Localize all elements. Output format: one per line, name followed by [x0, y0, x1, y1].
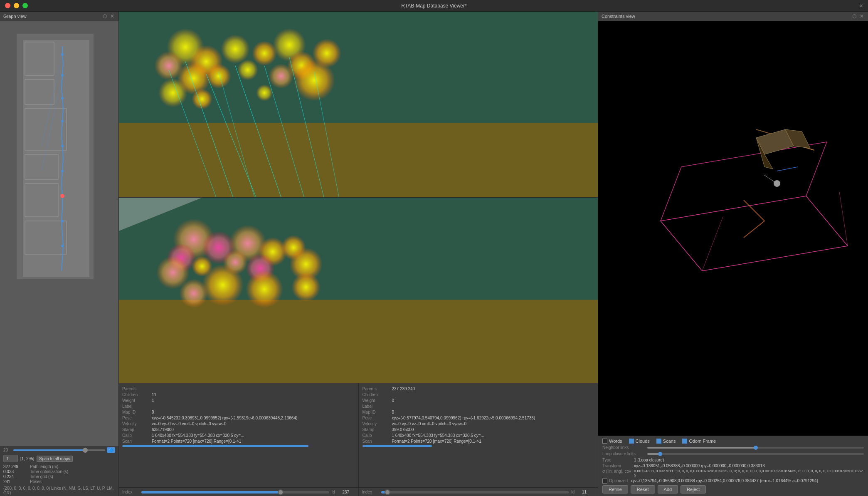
close-right-icon[interactable]: × — [860, 2, 863, 9]
transform-value: xyz=0.136051,-0.058388,-0.000000 rpy=0.0… — [634, 464, 765, 468]
stamp-label-left: Stamp — [122, 427, 149, 432]
calib-row-right: Calib 1 640x480 fx=554.383 fy=554.383 cx… — [362, 433, 595, 438]
top-image-view[interactable] — [119, 12, 598, 197]
right-progress-bar — [362, 445, 432, 447]
velocity-val-left: vx=0 vy=0 vz=0 vroll=0 vpitch=0 vyaw=0 — [152, 422, 227, 426]
left-index-slider[interactable] — [141, 491, 329, 494]
pose-val-right: xyz=(-0.577974,0.540794,0.0999962) rpy=(… — [392, 416, 535, 420]
type-value: 1 (Loop closure) — [634, 458, 664, 462]
reset-button[interactable]: Reset — [631, 485, 655, 494]
stat-lbl-3: Poses — [30, 479, 115, 484]
cov-value: 0.00724803, 0.0327611 |; 0, 0, 0, 0,0.00… — [634, 469, 864, 477]
children-label-left: Children — [122, 392, 149, 397]
neighbor-links-slider[interactable] — [647, 447, 864, 449]
parents-label-right: Parents — [362, 387, 390, 391]
left-panel: Graph view ⬡ ✕ — [0, 12, 119, 496]
clouds-checkbox[interactable] — [629, 439, 634, 444]
calib-val-right: 1 640x480 fx=554.383 fy=554.383 cx=320.5… — [392, 433, 484, 438]
constraints-close-icon[interactable]: ✕ — [859, 13, 865, 19]
odom-checkbox[interactable] — [682, 439, 687, 444]
clouds-checkbox-item[interactable]: Clouds — [629, 439, 650, 444]
pose-label-right: Pose — [362, 416, 390, 420]
close-button[interactable] — [5, 3, 10, 8]
constraints-restore-icon[interactable]: ⬡ — [851, 13, 857, 19]
type-row: Type 1 (Loop closure) — [602, 458, 864, 462]
graph-canvas[interactable] — [0, 21, 118, 446]
right-index-label: Index — [362, 490, 379, 494]
cov-row: σ (lin, ang), cov 0.00724803, 0.0327611 … — [602, 469, 864, 477]
right-id-val: 11 — [582, 490, 594, 494]
stat-lbl-1: Time optimization (s) — [30, 469, 115, 474]
constraints-icons: ⬡ ✕ — [851, 13, 865, 19]
action-buttons: Refine Reset Add Reject — [602, 485, 864, 494]
velocity-row-left: Velocity vx=0 vy=0 vz=0 vroll=0 vpitch=0… — [122, 422, 355, 426]
stat-val-2: 0.234 — [3, 474, 28, 479]
children-val-left: 11 — [152, 392, 156, 397]
weight-row-left: Weight 1 — [122, 398, 355, 403]
optimized-text-block: Optimized xyz=0,135794,-0.056908,0.00008… — [609, 478, 818, 483]
restore-icon[interactable]: ⬡ — [102, 13, 108, 19]
root-range-label: [1, 295] — [20, 456, 34, 461]
neighbor-links-row: Neighbor links — [602, 445, 864, 450]
add-button[interactable]: Add — [658, 485, 678, 494]
transform-label: Transform — [602, 464, 631, 468]
pose-row-left: Pose xyz=(-0.545232,0.398931,0.0999952) … — [122, 416, 355, 420]
cov-label: σ (lin, ang), cov — [602, 469, 631, 474]
loop-closure-slider[interactable] — [647, 453, 864, 455]
odom-checkbox-item[interactable]: Odom Frame — [682, 439, 716, 444]
weight-val-right: 0 — [392, 398, 395, 403]
neighbor-links-label: Neighbor links — [602, 445, 644, 450]
right-info-panel: Parents 237 239 240 Children Weight 0 La… — [359, 383, 598, 487]
calib-val-left: 1 640x480 fx=554.383 fy=554.383 cx=320.5… — [152, 433, 244, 438]
words-checkbox-item[interactable]: Words — [602, 439, 622, 444]
words-checkbox[interactable] — [602, 439, 607, 444]
stat-val-3: 281 — [3, 479, 28, 484]
left-id-label: Id — [332, 490, 340, 494]
words-label: Words — [609, 439, 622, 444]
maximize-button[interactable] — [22, 3, 28, 8]
panel-close-icon[interactable]: ✕ — [109, 13, 115, 19]
parents-row-left: Parents — [122, 387, 355, 391]
minimize-button[interactable] — [14, 3, 19, 8]
weight-val-left: 1 — [152, 398, 154, 403]
panel-icons: ⬡ ✕ — [102, 13, 115, 19]
refine-button[interactable]: Refine — [602, 485, 628, 494]
scans-checkbox[interactable] — [656, 439, 661, 444]
mapid-label-right: Map ID — [362, 410, 390, 414]
span-button[interactable]: Span to all maps — [37, 456, 73, 462]
index-sliders: Index Id 237 Index Id 11 — [119, 487, 598, 496]
label-label-left: Label — [122, 404, 149, 409]
left-index-row: Index Id 237 — [119, 488, 358, 496]
feature-svg-bottom — [119, 198, 598, 383]
slider-row: 20 🔷 — [0, 446, 118, 454]
checkbox-row: Words Clouds Scans Odom Frame — [602, 439, 864, 444]
constraints-view-header: Constraints view ⬡ ✕ — [598, 12, 868, 21]
scan-row-left: Scan Format=2 Points=720 [max=720] Range… — [122, 439, 355, 444]
scans-label: Scans — [663, 439, 676, 444]
optimized-checkbox[interactable] — [602, 479, 607, 484]
optimized-values: xyz=0,135794,-0.056908,0.000088 rpy=0.00… — [631, 479, 818, 483]
svg-point-11 — [61, 120, 64, 122]
type-label: Type — [602, 458, 631, 462]
reject-button[interactable]: Reject — [681, 485, 706, 494]
root-input[interactable] — [3, 455, 18, 462]
root-row: [1, 295] Span to all maps — [0, 454, 118, 463]
scans-checkbox-item[interactable]: Scans — [656, 439, 676, 444]
graph-slider[interactable] — [13, 449, 105, 451]
scan-val-left: Format=2 Points=720 [max=720] Range=[0.1… — [152, 439, 241, 444]
clouds-label: Clouds — [636, 439, 650, 444]
svg-point-24 — [221, 35, 250, 64]
bottom-image-view[interactable] — [119, 198, 598, 383]
title-bar: RTAB-Map Database Viewer* × — [0, 0, 868, 12]
scan-label-left: Scan — [122, 439, 149, 444]
svg-point-63 — [246, 270, 283, 308]
svg-rect-48 — [119, 300, 598, 383]
right-index-slider[interactable] — [381, 491, 569, 494]
velocity-label-left: Velocity — [122, 422, 149, 426]
label-row-right: Label — [362, 404, 595, 409]
scan-row-right: Scan Format=2 Points=720 [max=720] Range… — [362, 439, 595, 444]
graph-view-title: Graph view — [3, 14, 27, 19]
window-controls[interactable] — [5, 3, 28, 8]
constraints-canvas[interactable] — [598, 21, 868, 436]
velocity-label-right: Velocity — [362, 422, 390, 426]
